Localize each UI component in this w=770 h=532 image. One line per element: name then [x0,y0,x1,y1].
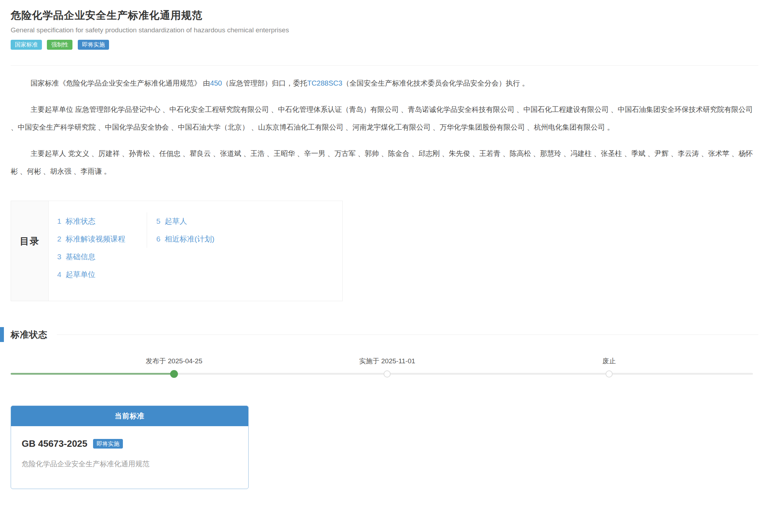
standard-detail-page: 危险化学品企业安全生产标准化通用规范 General specification… [0,0,770,532]
toc-item-number: 2 [57,235,61,243]
toc-item-label: 起草单位 [66,270,96,278]
badge-mandatory: 强制性 [47,40,72,50]
section-accent-bar [0,327,4,342]
toc-item-standard-status[interactable]: 1标准状态 [57,212,147,230]
toc-item-label: 标准状态 [66,217,96,225]
toc-item-number: 6 [156,235,161,243]
toc-item-basic-info[interactable]: 3基础信息 [57,248,147,266]
current-standard-card-header: 当前标准 [11,406,248,426]
toc-label: 目录 [11,201,49,301]
current-standard-card-body: GB 45673-2025 即将实施 危险化学品企业安全生产标准化通用规范 [11,426,248,489]
standard-code-row: GB 45673-2025 即将实施 [22,438,238,449]
doc-header: 危险化学品企业安全生产标准化通用规范 General specification… [11,9,758,66]
link-tc288sc3[interactable]: TC288SC3 [307,79,342,87]
p1-text-c: （全国安全生产标准化技术委员会化学品安全分会）执行 。 [342,79,529,87]
standard-name: 危险化学品企业安全生产标准化通用规范 [22,459,238,469]
section-divider-line [57,335,758,335]
timeline-track-completed [11,373,174,375]
page-subtitle-english: General specification for safety product… [11,26,758,34]
toc-content: 1标准状态 2标准解读视频课程 3基础信息 4起草单位 5起草人 6相近标准(计… [49,201,342,301]
toc-item-video-course[interactable]: 2标准解读视频课程 [57,230,147,248]
standard-code: GB 45673-2025 [22,438,87,449]
toc-item-drafters[interactable]: 5起草人 [156,212,232,230]
badge-row: 国家标准 强制性 即将实施 [11,40,758,50]
toc-item-number: 5 [156,217,161,225]
status-timeline: 发布于 2025-04-25 实施于 2025-11-01 废止 [11,352,758,398]
page-title: 危险化学品企业安全生产标准化通用规范 [11,9,758,23]
toc-column-1: 1标准状态 2标准解读视频课程 3基础信息 4起草单位 [57,212,147,283]
toc-item-label: 基础信息 [66,253,96,261]
current-standard-card: 当前标准 GB 45673-2025 即将实施 危险化学品企业安全生产标准化通用… [11,406,249,489]
standard-status-badge: 即将实施 [93,439,123,449]
timeline-dot-abolished [606,370,613,378]
p1-text-a: 国家标准《危险化学品企业安全生产标准化通用规范》 由 [31,79,210,87]
p1-text-b: （应急管理部）归口，委托 [222,79,307,87]
toc-item-similar-standards[interactable]: 6相近标准(计划) [156,230,232,248]
paragraph-governing-body: 国家标准《危险化学品企业安全生产标准化通用规范》 由450（应急管理部）归口，委… [11,74,758,92]
badge-national-standard: 国家标准 [11,40,42,50]
link-450[interactable]: 450 [210,79,222,87]
section-title: 标准状态 [11,329,48,341]
timeline-label-published: 发布于 2025-04-25 [146,357,202,366]
section-header-standard-status: 标准状态 [11,327,758,342]
badge-upcoming: 即将实施 [78,40,109,50]
intro-section: 国家标准《危险化学品企业安全生产标准化通用规范》 由450（应急管理部）归口，委… [11,74,758,180]
timeline-label-effective: 实施于 2025-11-01 [359,357,415,366]
paragraph-drafting-units: 主要起草单位 应急管理部化学品登记中心 、中石化安全工程研究院有限公司 、中石化… [11,101,758,136]
header-divider [11,65,758,66]
timeline-dot-effective [384,370,391,378]
toc-item-label: 相近标准(计划) [165,235,215,243]
timeline-dot-published [170,370,178,378]
timeline-label-abolished: 废止 [602,357,616,366]
paragraph-drafters: 主要起草人 党文义 、厉建祥 、孙青松 、任佃忠 、瞿良云 、张道斌 、王浩 、… [11,145,758,180]
toc-column-2: 5起草人 6相近标准(计划) [147,212,232,248]
toc-box: 目录 1标准状态 2标准解读视频课程 3基础信息 4起草单位 5起草人 6相近标… [11,201,343,301]
toc-item-number: 3 [57,253,61,261]
toc-item-number: 4 [57,270,61,278]
toc-item-label: 标准解读视频课程 [66,235,125,243]
toc-item-number: 1 [57,217,61,225]
toc-item-label: 起草人 [165,217,187,225]
toc-item-drafting-units[interactable]: 4起草单位 [57,266,147,283]
